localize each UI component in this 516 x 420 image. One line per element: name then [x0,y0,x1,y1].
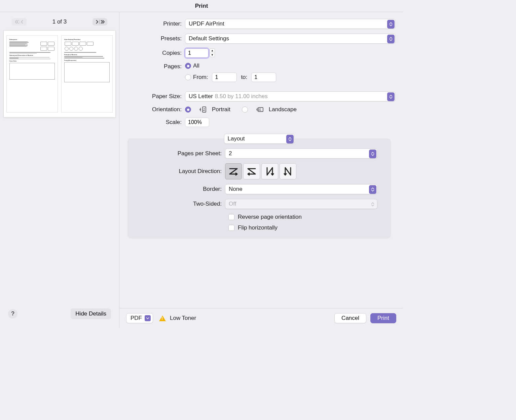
presets-label: Presets: [119,35,185,42]
page-indicator: 1 of 3 [52,18,67,25]
window-title: Print [0,0,403,12]
svg-rect-4 [258,108,263,112]
border-label: Border: [127,186,225,193]
landscape-icon [255,107,263,113]
printer-select[interactable]: UPDF AirPrint [185,19,396,29]
next-last-page-button[interactable] [93,18,107,26]
landscape-radio[interactable] [242,107,248,113]
two-sided-select: Off [225,199,377,209]
chevrons-icon [387,92,395,101]
reverse-orientation-checkbox[interactable] [228,214,234,220]
chevrons-icon [387,35,395,43]
layout-dir-z[interactable] [225,163,242,179]
scale-input[interactable] [185,118,209,127]
layout-dir-s[interactable] [243,163,260,179]
preview-canvas: Endospores Staining and Observation of B… [3,30,116,118]
scale-label: Scale: [119,119,185,126]
preview-page-2: Gram Staining Procedure Example of Bacte… [61,35,113,113]
layout-dir-n2[interactable] [280,163,296,179]
svg-rect-2 [202,107,206,112]
copies-input[interactable] [185,48,209,58]
portrait-icon [198,107,207,113]
printer-label: Printer: [119,20,185,27]
presets-select[interactable]: Default Settings [185,34,396,44]
landscape-label: Landscape [269,106,297,113]
chevrons-icon [369,150,376,158]
chevrons-icon [369,185,376,194]
copies-label: Copies: [119,50,185,56]
svg-point-5 [259,109,260,110]
pages-to-label: to: [241,74,247,81]
chevrons-icon [286,135,294,143]
reverse-orientation-label: Reverse page orientation [238,214,302,220]
orientation-label: Orientation: [119,106,185,113]
pages-all-radio[interactable] [185,63,191,69]
svg-point-3 [204,109,205,110]
preview-pane: 1 of 3 Endospores Staining and Observati… [0,12,119,328]
print-button[interactable]: Print [370,313,396,323]
copies-step-down[interactable]: ▼ [210,53,215,57]
pdf-menu-button[interactable]: PDF [126,313,153,323]
settings-pane: Printer: UPDF AirPrint Presets: Default … [119,12,403,328]
warning-icon [159,316,166,321]
chevrons-icon [387,20,395,29]
border-select[interactable]: None [225,184,377,194]
preview-page-1: Endospores Staining and Observation of B… [6,35,58,113]
pages-per-sheet-select[interactable]: 2 [225,149,377,159]
layout-panel: Layout Pages per Sheet: 2 Layout Directi… [127,138,391,239]
pages-all-label: All [193,62,199,69]
portrait-label: Portrait [212,106,230,113]
first-prev-page-button [12,18,27,26]
paper-dimensions: 8.50 by 11.00 inches [215,93,268,100]
warning-text: Low Toner [170,315,196,322]
pages-to-input[interactable] [251,73,276,82]
pages-range-radio[interactable] [185,74,191,80]
paper-size-label: Paper Size: [119,93,185,100]
flip-horizontal-checkbox[interactable] [228,225,234,231]
help-button[interactable]: ? [8,309,17,319]
section-select[interactable]: Layout [224,134,295,144]
flip-horizontal-label: Flip horizontally [238,224,278,231]
two-sided-label: Two-Sided: [127,201,225,207]
layout-direction-label: Layout Direction: [127,168,225,175]
pages-from-input[interactable] [212,73,237,82]
chevron-down-icon [145,315,151,321]
svg-rect-1 [99,20,100,24]
pages-from-label: From: [193,74,208,81]
chevrons-icon [369,200,376,209]
pages-per-sheet-label: Pages per Sheet: [127,150,225,157]
paper-size-select[interactable]: US Letter 8.50 by 11.00 inches [185,91,396,101]
svg-rect-0 [20,20,20,24]
layout-dir-n1[interactable] [261,163,278,179]
cancel-button[interactable]: Cancel [334,313,366,323]
portrait-radio[interactable] [185,107,191,113]
copies-step-up[interactable]: ▲ [210,48,215,53]
hide-details-button[interactable]: Hide Details [71,308,111,319]
pages-label: Pages: [119,62,185,70]
